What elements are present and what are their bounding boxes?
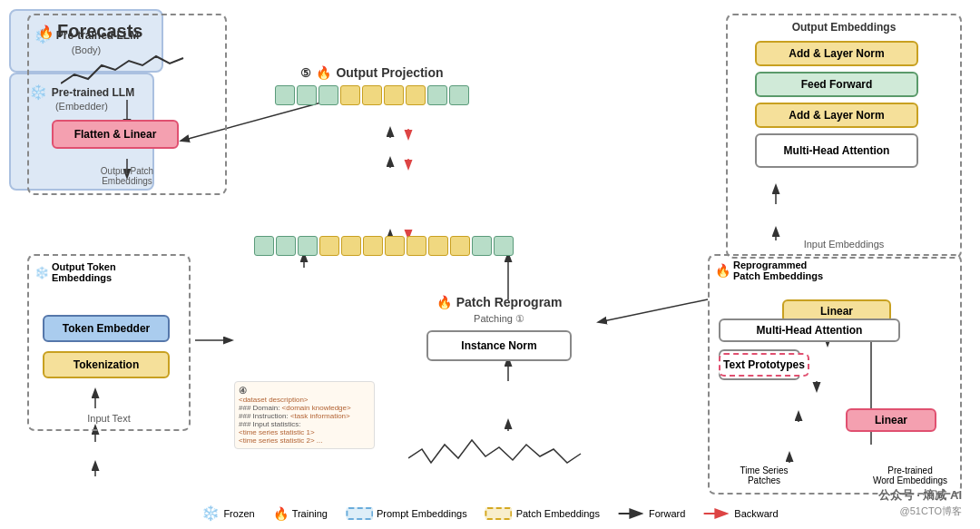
input-embeddings-label: Input Embeddings (728, 239, 960, 250)
output-token-row (272, 85, 472, 105)
prompt-line-3: ### Instruction: <task information> (239, 412, 370, 420)
patch-reprogram-area: 🔥 Patch Reprogram Patching ① Instance No… (408, 295, 590, 361)
watermark-line1: 公众号 · 熵减 AI (878, 487, 962, 504)
linear-bottom-box: Linear (846, 408, 936, 432)
output-proj-num: ⑤ (300, 66, 311, 80)
output-embeddings-box: Output Embeddings Add & Layer Norm Feed … (726, 14, 962, 259)
forecasts-title: Forecasts (57, 21, 143, 42)
flatten-linear-label: Flatten & Linear (74, 128, 157, 141)
text-prototypes-box: Text Prototypes (719, 353, 809, 377)
input-text-label: Input Text (29, 413, 189, 424)
forecasts-chart (61, 47, 188, 97)
watermark-line2: @51CTO博客 (900, 505, 962, 518)
prompt-line-6: <time series statistic 2> ... (239, 436, 370, 445)
legend-prompt-embed: Prompt Embeddings (346, 507, 467, 520)
svg-line-17 (599, 299, 708, 322)
ts-patches-label: Time SeriesPatches (719, 465, 809, 485)
output-projection-label: Output Projection (336, 65, 443, 80)
legend-frozen: ❄️ Frozen (201, 505, 254, 522)
prompt-embed-swatch (346, 507, 373, 520)
feed-forward-box: Feed Forward (755, 72, 918, 97)
token-sequence-row (254, 236, 514, 256)
fire-icon-reprogrammed: 🔥 (715, 263, 730, 278)
multi-head-attention-box: Multi-Head Attention (755, 133, 918, 168)
forward-arrow-legend (618, 508, 645, 519)
legend-training: 🔥 Training (273, 506, 328, 521)
snowflake-icon-token: ❄️ (34, 266, 49, 279)
patching-label: Patching ① (408, 313, 590, 325)
instance-norm-box: Instance Norm (426, 330, 572, 361)
add-layer-norm-1: Add & Layer Norm (755, 41, 918, 66)
backward-arrow-legend (703, 508, 730, 519)
tokenization-box: Tokenization (43, 351, 170, 378)
flatten-linear-box: Flatten & Linear (52, 120, 179, 149)
fire-icon-output-proj: 🔥 (316, 65, 331, 80)
output-token-box: ❄️ Output TokenEmbeddings Token Embedder… (27, 254, 191, 431)
reprogrammed-box: 🔥 ReprogrammedPatch Embeddings Linear ③ … (708, 254, 962, 495)
prompt-line-2: ### Domain: <domain knowledge> (239, 404, 370, 412)
prompt-line-5: <time series statistic 1> (239, 428, 370, 436)
legend-forward: Forward (618, 508, 685, 519)
fire-icon-forecasts: 🔥 (38, 24, 54, 39)
legend: ❄️ Frozen 🔥 Training Prompt Embeddings P… (201, 505, 778, 522)
multi-head-box: Multi-Head Attention (719, 318, 900, 342)
fire-icon-patch: 🔥 (436, 295, 452, 309)
word-embeddings-label: Pre-trainedWord Embeddings (865, 465, 956, 485)
prompt-line-4: ### Input statistics: (239, 420, 370, 428)
legend-backward: Backward (703, 508, 778, 519)
fire-legend-icon: 🔥 (273, 506, 289, 521)
legend-patch-embed: Patch Embeddings (485, 507, 600, 520)
patch-reprogram-label: Patch Reprogram (456, 295, 563, 309)
signal-wave (408, 431, 590, 485)
prompt-box: ④ <dataset description> ### Domain: <dom… (234, 381, 375, 449)
output-projection-area: ⑤ 🔥 Output Projection (272, 65, 472, 109)
output-token-title: Output TokenEmbeddings (52, 261, 116, 283)
patch-embed-swatch (485, 507, 513, 520)
prompt-line-1: <dataset description> (239, 396, 370, 404)
token-embedder-box: Token Embedder (43, 315, 170, 342)
output-patch-label: Output PatchEmbeddings (29, 166, 225, 186)
reprogrammed-title: ReprogrammedPatch Embeddings (733, 260, 823, 281)
add-layer-norm-2: Add & Layer Norm (755, 103, 918, 128)
output-embeddings-title: Output Embeddings (728, 21, 960, 34)
snowflake-legend-icon: ❄️ (201, 505, 220, 522)
diagram-container: 🔥 Forecasts Flatten & Linear Output Patc… (0, 0, 980, 529)
forecasts-box: 🔥 Forecasts Flatten & Linear Output Patc… (27, 14, 227, 195)
prompt-num: ④ (239, 386, 247, 396)
